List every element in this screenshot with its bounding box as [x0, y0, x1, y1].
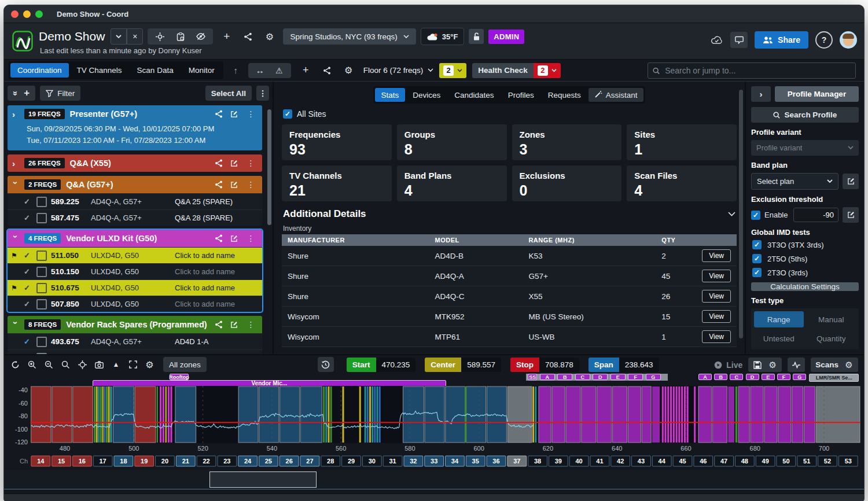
clipboard-history-icon[interactable] [174, 30, 187, 43]
sidebar-scrollbar[interactable] [267, 109, 271, 225]
help-icon[interactable]: ? [815, 31, 833, 49]
select-all-button[interactable]: Select All [205, 86, 252, 101]
group-menu-icon[interactable]: ⋮ [244, 318, 258, 331]
tab-monitor[interactable]: Monitor [182, 63, 222, 78]
view-button[interactable]: View [702, 270, 731, 282]
group-menu-icon[interactable]: ⋮ [244, 178, 258, 191]
tab-requests[interactable]: Requests [542, 88, 587, 102]
share-group-icon[interactable] [214, 108, 223, 121]
view-button[interactable]: View [702, 310, 731, 323]
view-button[interactable]: View [702, 249, 731, 262]
chevron-down-icon[interactable]: › [11, 235, 21, 242]
chevron-down-icon[interactable]: › [11, 321, 21, 328]
row-checkbox[interactable] [36, 299, 47, 310]
minimap-window[interactable] [209, 471, 317, 488]
tab-assistant[interactable]: Assistant [589, 88, 644, 102]
frequency-row[interactable]: ✓493.675AD4Q-A, G57+AD4D 1-A [8, 333, 262, 349]
band-plan-edit-icon[interactable] [843, 174, 859, 189]
locate-icon[interactable] [153, 30, 167, 43]
warning-icon[interactable]: ⚠ [273, 64, 286, 77]
share-nodes-icon[interactable] [241, 30, 255, 43]
spectrum-chart[interactable]: 480500520540560580600620640660680700-40-… [4, 355, 864, 470]
tab-tv-channels[interactable]: TV Channels [70, 63, 129, 78]
band-plan-select[interactable]: Select plan [751, 173, 838, 190]
profile-manager-button[interactable]: Profile Manager [775, 86, 859, 102]
share-button[interactable]: Share [755, 31, 808, 49]
profile-variant-select[interactable]: Profile variant [751, 140, 859, 156]
chevron-right-icon[interactable]: › [12, 159, 19, 168]
row-checkbox[interactable] [36, 283, 47, 293]
test-type-quantity[interactable]: Quantity [807, 330, 856, 347]
frequency-name[interactable]: AD4D 1-A [175, 337, 258, 346]
user-avatar[interactable] [840, 31, 857, 49]
zone-selector[interactable]: Floor 6 (72 freqs) [363, 66, 434, 75]
tab-profiles[interactable]: Profiles [502, 88, 540, 102]
site-selector[interactable]: Spring Studios, NYC (93 freqs) [283, 28, 415, 45]
health-check-button[interactable]: Health Check [472, 63, 534, 78]
all-sites-checkbox[interactable]: ✓ [283, 109, 292, 119]
collapse-chevron-icon[interactable] [728, 212, 735, 216]
edit-group-icon[interactable] [229, 108, 238, 121]
tab-devices[interactable]: Devices [406, 88, 447, 102]
edit-group-icon[interactable] [229, 232, 238, 245]
hide-eye-icon[interactable] [194, 30, 207, 43]
frequency-row[interactable]: ⚑✓510.675ULXD4D, G50Click to add name [8, 279, 262, 296]
row-checkbox[interactable] [36, 197, 47, 207]
collapse-all-icon[interactable]: » [11, 91, 21, 95]
collapse-panel-icon[interactable]: › [751, 86, 771, 102]
close-show-button[interactable]: × [127, 28, 143, 45]
frequency-name[interactable]: Click to add name [175, 267, 258, 276]
frequency-group-header[interactable]: ›4 FREQSVendor ULXD Kit (G50)⋮ [8, 230, 262, 247]
lock-icon[interactable] [469, 29, 484, 44]
frequency-row[interactable]: ✓510.150ULXD4D, G50Click to add name [8, 263, 262, 279]
frequency-row[interactable]: ✓493.200AD4Q-A, G57+AD4D 1-B [8, 349, 262, 354]
chevron-right-icon[interactable]: › [12, 109, 19, 119]
threshold-input[interactable] [793, 208, 838, 222]
frequency-name[interactable]: Click to add name [175, 251, 258, 260]
share-group-icon[interactable] [214, 318, 223, 331]
health-check-count[interactable]: 2 [534, 63, 561, 78]
weather-widget[interactable]: 35°F [421, 28, 465, 45]
threshold-edit-icon[interactable] [843, 207, 859, 223]
row-checkbox[interactable] [36, 213, 47, 223]
imd-checkbox[interactable]: ✓ [752, 254, 762, 263]
add-group-icon[interactable]: + [24, 87, 30, 99]
close-window-button[interactable] [11, 10, 19, 18]
group-menu-icon[interactable]: ⋮ [244, 157, 258, 170]
frequency-row[interactable]: ⚑✓511.050ULXD4D, G50Click to add name [8, 247, 262, 263]
search-profile-button[interactable]: Search Profile [751, 107, 859, 123]
imd-checkbox[interactable]: ✓ [752, 240, 762, 249]
frequency-name[interactable]: Click to add name [175, 283, 258, 292]
row-checkbox[interactable] [36, 337, 47, 347]
tab-coordination[interactable]: Coordination [10, 63, 69, 78]
test-type-untested[interactable]: Untested [754, 330, 804, 347]
tab-stats[interactable]: Stats [375, 88, 406, 102]
test-type-range[interactable]: Range [754, 311, 804, 327]
main-scrollbar[interactable] [739, 90, 743, 338]
zoom-window-button[interactable] [35, 10, 43, 18]
view-button[interactable]: View [702, 290, 731, 303]
frequency-name[interactable]: Q&A 25 (SPARE) [175, 197, 258, 206]
calculation-settings-button[interactable]: Calculation Settings [751, 282, 859, 291]
tab-scan-data[interactable]: Scan Data [130, 63, 181, 78]
add-zone-icon[interactable]: + [299, 64, 312, 77]
frequency-name[interactable]: Q&A 28 (SPARE) [175, 213, 258, 222]
chevron-down-icon[interactable]: › [11, 181, 21, 188]
frequency-group-header[interactable]: ›8 FREQSVendor Rack Spares (Programmed)⋮ [8, 316, 262, 333]
sidebar-menu-icon[interactable]: ⋮ [256, 86, 269, 101]
zone-settings-gear-icon[interactable]: ⚙ [342, 64, 355, 77]
span-arrows-icon[interactable]: ↔ [253, 64, 267, 77]
edit-group-icon[interactable] [229, 318, 238, 331]
frequency-group-header[interactable]: ›26 FREQSQ&A (X55)⋮ [8, 154, 262, 172]
frequency-group-header[interactable]: ›19 FREQSPresenter (G57+)⋮ [8, 105, 262, 123]
frequency-name[interactable]: Click to add name [175, 300, 258, 308]
exclusion-enable-checkbox[interactable]: ✓ [751, 211, 760, 220]
tab-candidates[interactable]: Candidates [448, 88, 500, 102]
group-menu-icon[interactable]: ⋮ [244, 108, 258, 121]
settings-gear-icon[interactable]: ⚙ [263, 30, 276, 43]
imd-checkbox[interactable]: ✓ [752, 268, 762, 277]
frequency-row[interactable]: ✓589.225AD4Q-A, G57+Q&A 25 (SPARE) [8, 193, 262, 209]
row-checkbox[interactable] [36, 267, 47, 277]
frequency-row[interactable]: ✓587.475AD4Q-A, G57+Q&A 28 (SPARE) [8, 209, 262, 226]
view-button[interactable]: View [702, 330, 731, 343]
